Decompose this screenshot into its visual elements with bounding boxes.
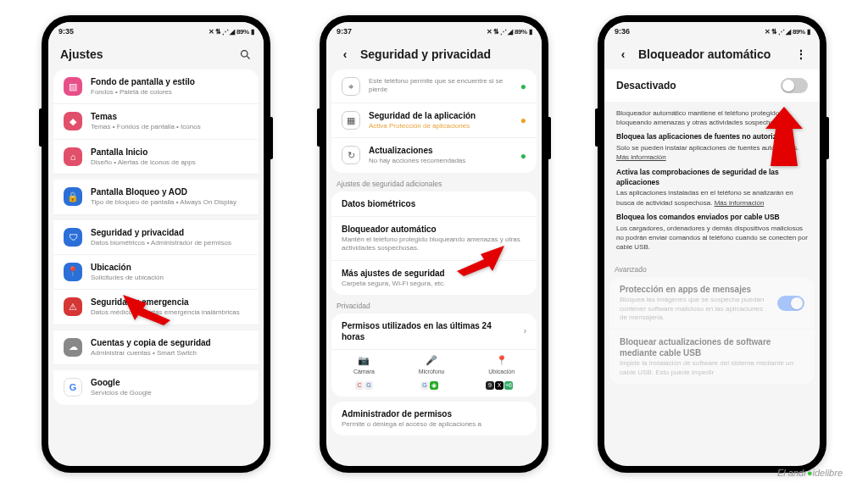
permission-item[interactable]: 🎤Micrófono [419, 355, 445, 374]
row-title: Temas [91, 111, 248, 122]
chevron-right-icon: › [524, 326, 526, 336]
clock: 9:36 [615, 27, 630, 36]
perm-label: Micrófono [419, 369, 445, 374]
permission-apps: CG G◉ 9X+6 [331, 381, 537, 396]
settings-row[interactable]: 📍UbicaciónSolicitudes de ubicación [53, 255, 259, 290]
msg-protection-toggle [777, 296, 804, 311]
row-icon: ◆ [64, 112, 82, 130]
row-title: Pantalla Bloqueo y AOD [91, 186, 248, 197]
status-row[interactable]: ▦Seguridad de la aplicaciónActiva Protec… [331, 103, 537, 138]
row-icon: 🔒 [64, 187, 82, 206]
page-title: Seguridad y privacidad [360, 47, 530, 61]
row-icon: 🛡 [64, 228, 82, 247]
clock: 9:37 [337, 27, 352, 36]
privacy-block: Permisos utilizados en las últimas 24 ho… [331, 313, 537, 396]
settings-row[interactable]: ▨Fondo de pantalla y estiloFondos • Pale… [53, 69, 259, 104]
permission-item[interactable]: 📍Ubicación [488, 355, 515, 374]
permission-icons: 📷Cámara🎤Micrófono📍Ubicación [331, 350, 537, 381]
more-info-link[interactable]: Más información [715, 199, 765, 207]
phone-2: 9:37 ✕ ⇅ ⋰ ◢ 89%▮ ‹ Seguridad y privacid… [320, 15, 548, 473]
row-icon: G [64, 378, 82, 396]
row-icon: 📍 [64, 263, 82, 281]
section-label: Ajustes de seguridad adicionales [326, 173, 542, 191]
perm-label: Cámara [353, 369, 375, 374]
row-icon: ⌂ [64, 147, 82, 166]
perm-icon: 📷 [358, 355, 370, 366]
perm-icon: 🎤 [426, 355, 437, 366]
row-subtitle: Activa Protección de aplicaciones [369, 122, 512, 130]
row-subtitle: Datos biométricos • Administrador de per… [91, 239, 248, 247]
phone-3: 9:36 ✕ ⇅ ⋰ ◢ 89%▮ ‹ Bloqueador automátic… [598, 15, 826, 473]
auto-blocker-toggle[interactable] [781, 78, 808, 93]
statusbar: 9:37 ✕ ⇅ ⋰ ◢ 89%▮ [326, 22, 542, 41]
security-option[interactable]: Datos biométricos [331, 191, 537, 217]
screen-seguridad: 9:37 ✕ ⇅ ⋰ ◢ 89%▮ ‹ Seguridad y privacid… [326, 22, 542, 466]
more-icon[interactable]: ⋮ [794, 47, 808, 61]
screen-bloqueador: 9:36 ✕ ⇅ ⋰ ◢ 89%▮ ‹ Bloqueador automátic… [604, 22, 820, 466]
page-title: Ajustes [60, 47, 230, 61]
info-text: Bloqueador automático mantiene el teléfo… [604, 102, 820, 258]
row-title: Fondo de pantalla y estilo [91, 76, 248, 87]
watermark: El andr●idelibre [777, 468, 843, 478]
permissions-24h[interactable]: Permisos utilizados en las últimas 24 ho… [331, 313, 537, 350]
section-label: Avanzado [604, 258, 820, 277]
row-icon: ↻ [342, 146, 360, 164]
row-subtitle: Temas • Fondos de pantalla • Iconos [91, 123, 248, 131]
header: ‹ Seguridad y privacidad [326, 41, 542, 69]
row-title: Actualizaciones [369, 145, 512, 156]
security-option[interactable]: Bloqueador automáticoMantén el teléfono … [331, 217, 537, 261]
section-label: Privacidad [326, 295, 542, 313]
settings-row[interactable]: 🔒Pantalla Bloqueo y AODTipo de bloqueo d… [53, 180, 259, 214]
search-icon[interactable] [238, 47, 252, 61]
proteccion-mensajes: Protección en apps de mensajes Bloquea l… [609, 277, 815, 330]
row-subtitle: Diseño • Alertas de iconos de apps [91, 158, 248, 167]
toggle-label: Desactivado [616, 80, 676, 92]
header: Ajustes [48, 41, 264, 69]
back-icon[interactable]: ‹ [616, 47, 630, 61]
perm-label: Ubicación [488, 369, 515, 374]
row-title: Seguridad y privacidad [91, 227, 248, 238]
statusbar: 9:36 ✕ ⇅ ⋰ ◢ 89%▮ [604, 22, 820, 41]
row-subtitle: Tipo de bloqueo de pantalla • Always On … [91, 198, 248, 207]
admin-permisos: Administrador de permisos Permite o deni… [331, 402, 537, 435]
status-icons: ✕ ⇅ ⋰ ◢ 89%▮ [209, 28, 253, 36]
status-row[interactable]: ⌖Este teléfono permite que se encuentre … [331, 69, 537, 103]
status-warn-icon: ● [520, 114, 526, 126]
screen-ajustes: 9:35 ✕ ⇅ ⋰ ◢ 89%▮ Ajustes ▨Fondo de pant… [48, 22, 264, 466]
row-icon: ▦ [342, 111, 360, 130]
security-option[interactable]: Más ajustes de seguridadCarpeta segura, … [331, 261, 537, 295]
row-subtitle: No hay acciones recomendadas [369, 157, 512, 165]
settings-row[interactable]: ◆TemasTemas • Fondos de pantalla • Icono… [53, 104, 259, 139]
svg-point-0 [241, 50, 248, 57]
row-subtitle: Carpeta segura, Wi-Fi segura, etc. [342, 280, 526, 288]
clock: 9:35 [58, 27, 74, 36]
administrador-permisos[interactable]: Administrador de permisos Permite o deni… [331, 402, 537, 435]
permission-item[interactable]: 📷Cámara [353, 355, 375, 374]
row-subtitle: Datos médicos • Alertas emergencia inalá… [91, 308, 248, 317]
back-icon[interactable]: ‹ [338, 47, 352, 61]
row-title: Pantalla Inicio [91, 147, 248, 158]
status-icons: ✕ ⇅ ⋰ ◢ 89%▮ [487, 28, 531, 36]
row-icon: ▨ [64, 77, 82, 96]
row-title: Datos biométricos [342, 198, 526, 209]
svg-line-1 [247, 56, 249, 58]
perm-icon: 📍 [496, 355, 508, 366]
row-icon: ⌖ [342, 77, 360, 96]
row-subtitle: Fondos • Paleta de colores [91, 88, 248, 97]
row-subtitle: Administrar cuentas • Smart Switch [91, 349, 248, 358]
row-subtitle: Solicitudes de ubicación [91, 274, 248, 282]
statusbar: 9:35 ✕ ⇅ ⋰ ◢ 89%▮ [48, 22, 264, 41]
row-title: Más ajustes de seguridad [342, 268, 526, 279]
settings-row[interactable]: 🛡Seguridad y privacidadDatos biométricos… [53, 220, 259, 255]
row-subtitle: Servicios de Google [91, 389, 248, 397]
row-title: Seguridad y emergencia [91, 297, 248, 308]
phone-1: 9:35 ✕ ⇅ ⋰ ◢ 89%▮ Ajustes ▨Fondo de pant… [42, 15, 270, 473]
security-status-list: ⌖Este teléfono permite que se encuentre … [331, 69, 537, 173]
settings-row[interactable]: ⌂Pantalla InicioDiseño • Alertas de icon… [53, 140, 259, 175]
settings-row[interactable]: GGoogleServicios de Google [53, 370, 259, 404]
settings-row[interactable]: ⚠Seguridad y emergenciaDatos médicos • A… [53, 290, 259, 324]
toggle-row: Desactivado [604, 69, 820, 102]
settings-row[interactable]: ☁Cuentas y copia de seguridadAdministrar… [53, 330, 259, 365]
status-row[interactable]: ↻ActualizacionesNo hay acciones recomend… [331, 138, 537, 172]
more-info-link[interactable]: Más información [616, 153, 666, 161]
